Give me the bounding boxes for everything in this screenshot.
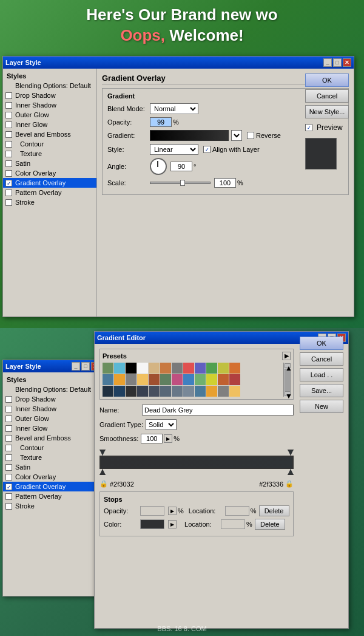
opacity-input[interactable]: 99	[150, 117, 172, 127]
angle-dial[interactable]	[150, 158, 167, 175]
preset-swatch[interactable]	[172, 374, 183, 385]
align-cb[interactable]	[203, 146, 211, 153]
stroke-cb-top[interactable]	[5, 199, 12, 206]
style-select[interactable]: Linear Radial	[150, 144, 198, 155]
scroll-down-btn[interactable]: ▼	[285, 391, 291, 396]
close-btn-top[interactable]: ✕	[343, 58, 351, 67]
pattern-overlay-top[interactable]: Pattern Overlay	[3, 188, 96, 197]
contour-bottom[interactable]: Contour	[3, 443, 102, 453]
new-style-btn-top[interactable]: New Style...	[305, 105, 349, 118]
stroke-bottom[interactable]: Stroke	[3, 501, 102, 511]
color-overlay-cb-top[interactable]	[5, 170, 12, 177]
preset-swatch[interactable]	[206, 374, 217, 385]
presets-arrow-btn[interactable]: ▶	[282, 352, 291, 360]
maximize-btn-bottom[interactable]: □	[81, 362, 90, 371]
save-btn-ge[interactable]: Save...	[300, 384, 343, 397]
drop-shadow-cb-bottom[interactable]	[5, 396, 12, 403]
bevel-emboss-cb-top[interactable]	[5, 131, 12, 138]
inner-glow-cb-bottom[interactable]	[5, 425, 12, 432]
outer-glow-cb-bottom[interactable]	[5, 415, 12, 422]
maximize-btn-top[interactable]: □	[333, 58, 342, 67]
scroll-up-btn[interactable]: ▲	[285, 363, 291, 368]
preview-cb[interactable]	[305, 124, 312, 131]
preset-swatch[interactable]	[218, 386, 229, 397]
drop-shadow-cb-top[interactable]	[5, 92, 12, 99]
opacity-arrow-btn[interactable]: ▶	[168, 507, 177, 515]
location-input-2[interactable]	[221, 519, 245, 529]
preset-swatch[interactable]	[206, 386, 217, 397]
inner-shadow-cb-top[interactable]	[5, 102, 12, 109]
top-stop-left[interactable]	[288, 450, 294, 456]
preset-swatch[interactable]	[137, 363, 148, 374]
reverse-cb[interactable]	[247, 132, 254, 139]
bottom-stop-left[interactable]	[99, 469, 106, 475]
preset-swatch[interactable]	[183, 386, 194, 397]
color-arrow-btn[interactable]: ▶	[168, 520, 177, 528]
gradient-type-select[interactable]	[231, 130, 242, 141]
scroll-thumb[interactable]	[285, 369, 291, 393]
bevel-emboss-cb-bottom[interactable]	[5, 435, 12, 442]
preset-swatch[interactable]	[114, 374, 125, 385]
name-input[interactable]: Dead Dark Grey	[142, 405, 294, 415]
stroke-top[interactable]: Stroke	[3, 197, 96, 207]
color-overlay-bottom[interactable]: Color Overlay	[3, 472, 102, 482]
inner-glow-cb-top[interactable]	[5, 121, 12, 128]
preset-swatch[interactable]	[137, 386, 148, 397]
contour-cb-top[interactable]	[5, 141, 12, 148]
outer-glow-top[interactable]: Outer Glow	[3, 110, 96, 120]
stroke-cb-bottom[interactable]	[5, 503, 12, 510]
preset-swatch[interactable]	[126, 363, 136, 374]
preset-swatch[interactable]	[172, 363, 183, 374]
minimize-btn-top[interactable]: _	[323, 58, 332, 67]
preset-swatch[interactable]	[149, 386, 160, 397]
bottom-stop-right[interactable]	[288, 469, 294, 475]
preset-swatch[interactable]	[195, 374, 206, 385]
bevel-emboss-top[interactable]: Bevel and Emboss	[3, 129, 96, 139]
inner-shadow-top[interactable]: Inner Shadow	[3, 100, 96, 110]
gradient-overlay-cb-bottom[interactable]	[5, 484, 12, 490]
delete-btn-1[interactable]: Delete	[259, 505, 289, 516]
angle-input[interactable]	[170, 162, 192, 171]
preset-swatch[interactable]	[149, 363, 160, 374]
pattern-overlay-bottom[interactable]: Pattern Overlay	[3, 491, 102, 501]
preset-swatch[interactable]	[103, 363, 113, 374]
outer-glow-cb-top[interactable]	[5, 112, 12, 118]
texture-cb-bottom[interactable]	[5, 454, 12, 461]
ok-btn-top[interactable]: OK	[305, 74, 349, 87]
gradient-overlay-bottom[interactable]: Gradient Overlay	[3, 482, 102, 491]
scale-slider[interactable]	[150, 182, 211, 184]
smoothness-input[interactable]	[141, 434, 163, 443]
location-input-1[interactable]	[225, 506, 249, 516]
preset-swatch[interactable]	[103, 386, 113, 397]
preset-swatch[interactable]	[195, 363, 206, 374]
gradient-bar[interactable]	[99, 456, 294, 469]
inner-glow-bottom[interactable]: Inner Glow	[3, 423, 102, 433]
inner-glow-top[interactable]: Inner Glow	[3, 120, 96, 129]
preset-swatch[interactable]	[229, 374, 240, 385]
texture-bottom[interactable]: Texture	[3, 453, 102, 462]
scale-thumb[interactable]	[180, 180, 185, 186]
drop-shadow-bottom[interactable]: Drop Shadow	[3, 394, 102, 404]
preset-swatch[interactable]	[103, 374, 113, 385]
delete-btn-2[interactable]: Delete	[255, 519, 285, 530]
blending-options-bottom[interactable]: Blending Options: Default	[3, 385, 102, 394]
blend-mode-select[interactable]: Normal Multiply Screen	[150, 103, 198, 114]
preset-swatch[interactable]	[183, 374, 194, 385]
reverse-checkbox-label[interactable]: Reverse	[247, 132, 281, 139]
cancel-btn-top[interactable]: Cancel	[305, 89, 349, 103]
preset-swatch[interactable]	[160, 386, 171, 397]
presets-scrollbar[interactable]: ▲ ▼	[283, 363, 291, 397]
preset-swatch[interactable]	[195, 386, 206, 397]
texture-top[interactable]: Texture	[3, 149, 96, 159]
minimize-btn-bottom[interactable]: _	[72, 362, 80, 371]
load-btn-ge[interactable]: Load . .	[300, 368, 343, 381]
blending-options-top[interactable]: Blending Options: Default	[3, 81, 96, 91]
gradient-overlay-cb-top[interactable]	[5, 180, 12, 186]
preset-swatch[interactable]	[206, 363, 217, 374]
contour-cb-bottom[interactable]	[5, 445, 12, 451]
color-overlay-top[interactable]: Color Overlay	[3, 168, 96, 178]
inner-shadow-bottom[interactable]: Inner Shadow	[3, 404, 102, 414]
inner-shadow-cb-bottom[interactable]	[5, 406, 12, 412]
cancel-btn-ge[interactable]: Cancel	[300, 352, 343, 366]
top-stop-right[interactable]	[99, 450, 106, 456]
